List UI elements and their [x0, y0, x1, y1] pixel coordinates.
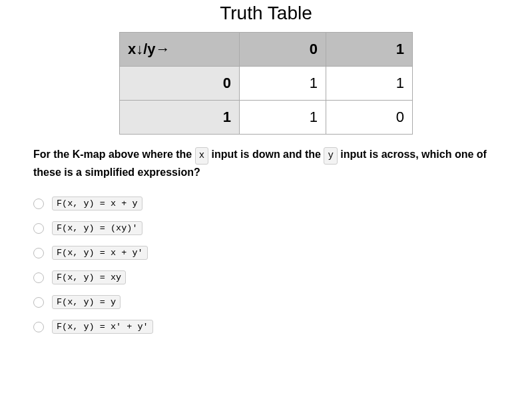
- option-label: F(x, y) = x' + y': [52, 320, 153, 334]
- table-row: 1 1 0: [120, 101, 413, 135]
- question-container: Truth Table x↓/y→ 0 1 0 1 1 1 1 0 For th…: [0, 0, 532, 334]
- page-title: Truth Table: [0, 3, 532, 24]
- option-label: F(x, y) = x + y: [52, 197, 142, 210]
- option-label: F(x, y) = xy: [52, 270, 126, 284]
- option-label: F(x, y) = y: [52, 295, 121, 309]
- radio-button[interactable]: [33, 297, 44, 308]
- question-part: For the K-map above where the: [33, 149, 195, 160]
- cell-0-0: 1: [240, 67, 326, 101]
- code-chip-x: x: [195, 147, 208, 165]
- option-4[interactable]: F(x, y) = y: [33, 295, 499, 309]
- option-label: F(x, y) = (xy)': [52, 221, 142, 235]
- cell-0-1: 1: [326, 67, 413, 101]
- code-chip-y: y: [324, 147, 337, 165]
- option-2[interactable]: F(x, y) = x + y': [33, 246, 499, 260]
- question-text: For the K-map above where the x input is…: [0, 147, 532, 181]
- row-head-0: 0: [120, 67, 240, 101]
- option-0[interactable]: F(x, y) = x + y: [33, 197, 499, 210]
- radio-button[interactable]: [33, 272, 44, 283]
- cell-1-0: 1: [240, 101, 326, 135]
- options-list: F(x, y) = x + y F(x, y) = (xy)' F(x, y) …: [0, 197, 532, 334]
- option-5[interactable]: F(x, y) = x' + y': [33, 320, 499, 334]
- option-1[interactable]: F(x, y) = (xy)': [33, 221, 499, 235]
- option-3[interactable]: F(x, y) = xy: [33, 270, 499, 284]
- truth-table: x↓/y→ 0 1 0 1 1 1 1 0: [119, 32, 413, 135]
- option-label: F(x, y) = x + y': [52, 246, 148, 260]
- table-row: 0 1 1: [120, 67, 413, 101]
- radio-button[interactable]: [33, 199, 44, 209]
- question-part: input is down and the: [208, 149, 324, 160]
- table-corner-head: x↓/y→: [120, 33, 240, 67]
- row-head-1: 1: [120, 101, 240, 135]
- radio-button[interactable]: [33, 248, 44, 258]
- radio-button[interactable]: [33, 223, 44, 234]
- col-head-0: 0: [240, 33, 326, 67]
- col-head-1: 1: [326, 33, 413, 67]
- cell-1-1: 0: [326, 101, 413, 135]
- radio-button[interactable]: [33, 322, 44, 332]
